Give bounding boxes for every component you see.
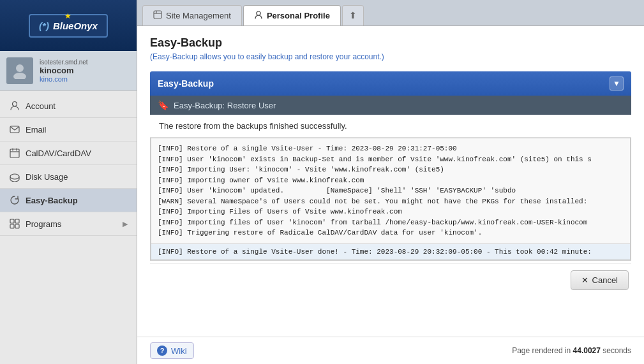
sidebar-caldav-label: CalDAV/CardDAV [26,149,91,158]
user-info: isotester.smd.net kinocom kino.com [40,59,88,83]
user-name: kinocom [40,66,88,75]
user-link[interactable]: kino.com [40,75,88,83]
logo-parens: (*) [39,20,49,31]
tab-personal-profile[interactable]: Personal Profile [243,5,341,25]
disk-icon [9,171,20,182]
log-container: [INFO] Restore of a single Vsite-User - … [150,138,631,261]
sidebar-item-account[interactable]: Account [0,94,137,118]
page-subtitle: (Easy-Backup allows you to easily backup… [150,52,631,61]
render-unit: seconds [601,346,631,355]
sidebar-item-caldav[interactable]: CalDAV/CardDAV [0,142,137,165]
svg-rect-4 [10,149,19,157]
svg-rect-10 [154,11,161,18]
logo-area: ★ (*) BlueOnyx [0,0,137,51]
cancel-icon: ✕ [581,275,588,285]
sidebar-item-disk[interactable]: Disk Usage [0,165,137,189]
avatar [6,57,33,84]
svg-rect-9 [15,224,19,228]
cancel-label: Cancel [592,275,618,285]
svg-point-0 [16,64,24,72]
section-dropdown-btn[interactable]: ▼ [610,76,624,91]
wiki-label: Wiki [171,346,187,356]
main-content: Site Management Personal Profile ⬆ Easy-… [137,0,644,364]
sidebar-programs-label: Programs [26,219,61,229]
render-time: Page rendered in 44.0027 seconds [512,346,631,355]
tab-personal-profile-label: Personal Profile [267,11,330,20]
restore-label-text: Easy-Backup: Restore User [174,101,276,110]
svg-rect-7 [15,219,19,223]
star-icon: ★ [64,11,71,20]
restore-label-bar: 🔖 Easy-Backup: Restore User [150,96,631,115]
tab-bar: Site Management Personal Profile ⬆ [137,0,644,26]
sidebar-item-email[interactable]: Email [0,118,137,142]
content-area: Easy-Backup (Easy-Backup allows you to e… [137,26,644,337]
caldav-icon [9,147,20,159]
svg-point-11 [257,11,260,15]
svg-rect-6 [10,219,14,223]
wiki-button[interactable]: ? Wiki [150,342,194,359]
tab-extra[interactable]: ⬆ [342,5,364,25]
svg-point-1 [13,73,26,79]
sidebar-item-programs[interactable]: Programs ▶ [0,212,137,236]
sidebar-email-label: Email [26,125,47,135]
cancel-button[interactable]: ✕ Cancel [571,270,629,290]
footer-bar: ? Wiki Page rendered in 44.0027 seconds [137,337,644,364]
easybackup-icon [9,194,20,206]
tab-site-management[interactable]: Site Management [142,5,242,25]
sidebar-account-label: Account [26,101,56,111]
sidebar-item-easybackup[interactable]: Easy-Backup [0,189,137,212]
wiki-icon: ? [157,346,167,356]
log-area: [INFO] Restore of a single Vsite-User - … [151,138,631,244]
logo-text: BlueOnyx [53,20,98,31]
svg-point-2 [13,102,17,106]
success-message: The restore from the backups finished su… [150,115,631,138]
logo: ★ (*) BlueOnyx [29,14,108,38]
expand-icon: ▶ [123,220,128,228]
tab-site-management-label: Site Management [166,11,231,20]
render-time-value: 44.0027 [573,346,601,355]
action-bar: ✕ Cancel [150,263,631,296]
email-icon [9,124,20,135]
svg-point-5 [10,174,19,179]
section-header-title: Easy-Backup [158,78,214,89]
account-icon [9,100,20,112]
page-title: Easy-Backup [150,36,631,50]
user-server: isotester.smd.net [40,59,88,66]
log-final-line: [INFO] Restore of a single Vsite-User do… [151,244,631,260]
section-header: Easy-Backup ▼ [150,71,631,96]
sidebar-disk-label: Disk Usage [26,172,68,182]
sidebar-easybackup-label: Easy-Backup [26,196,78,205]
svg-rect-8 [10,224,14,228]
sidebar: ★ (*) BlueOnyx isotester.smd.net kinocom… [0,0,137,364]
easybackup-section: Easy-Backup ▼ 🔖 Easy-Backup: Restore Use… [150,71,631,296]
personal-profile-icon [254,10,263,21]
nav-menu: Account Email CalDAV/CardDAV [0,91,137,364]
site-management-icon [153,10,162,21]
render-label: Page rendered in [512,346,573,355]
restore-label-icon: 🔖 [158,100,168,110]
user-panel: isotester.smd.net kinocom kino.com [0,51,137,91]
programs-icon [9,218,20,229]
